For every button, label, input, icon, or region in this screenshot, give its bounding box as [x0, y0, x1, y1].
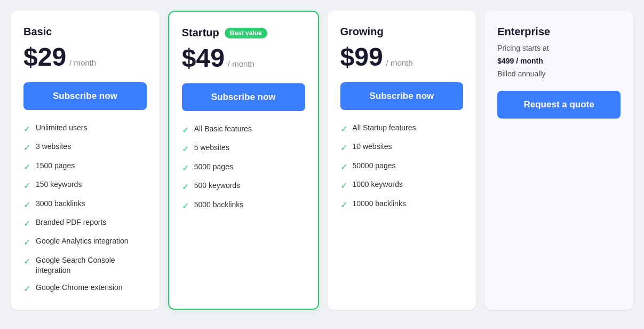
feature-text: 10 websites: [353, 142, 392, 152]
feature-text: 10000 backlinks: [353, 199, 406, 209]
growing-subscribe-button[interactable]: Subscribe now: [340, 82, 464, 110]
feature-item: ✓50000 pages: [340, 161, 464, 173]
feature-text: Branded PDF reports: [36, 217, 106, 228]
pricing-card-enterprise: EnterprisePricing starts at$499 / monthB…: [484, 11, 633, 310]
feature-item: ✓1000 keywords: [340, 179, 464, 192]
feature-item: ✓All Startup features: [340, 123, 464, 135]
enterprise-subscribe-button[interactable]: Request a quote: [497, 91, 621, 119]
features-list: ✓All Startup features✓10 websites✓50000 …: [340, 123, 464, 211]
price-amount: $49: [182, 43, 225, 73]
feature-text: 1000 keywords: [353, 179, 403, 190]
feature-text: 5000 pages: [194, 162, 233, 173]
pricing-card-growing: Growing$99/ monthSubscribe now✓All Start…: [328, 11, 476, 310]
price-amount: $99: [340, 42, 383, 72]
feature-item: ✓1500 pages: [23, 161, 147, 173]
feature-item: ✓Unlimited users: [23, 123, 147, 135]
price-row: $29/ month: [23, 42, 147, 72]
check-icon: ✓: [182, 143, 189, 155]
feature-item: ✓Google Search Console integration: [23, 255, 147, 276]
feature-item: ✓All Basic features: [182, 124, 305, 136]
feature-item: ✓150 keywords: [23, 179, 147, 192]
check-icon: ✓: [23, 142, 30, 154]
feature-text: 1500 pages: [36, 161, 75, 171]
feature-text: 50000 pages: [353, 161, 396, 171]
price-amount: $29: [23, 42, 66, 72]
feature-text: 5000 backlinks: [194, 200, 244, 210]
check-icon: ✓: [23, 256, 30, 268]
check-icon: ✓: [23, 161, 30, 173]
feature-text: Unlimited users: [36, 123, 87, 134]
feature-item: ✓500 keywords: [182, 181, 305, 193]
plan-name-text: Basic: [23, 26, 52, 38]
startup-subscribe-button[interactable]: Subscribe now: [182, 83, 305, 111]
best-value-badge: Best value: [225, 28, 267, 38]
plan-name: StartupBest value: [182, 27, 305, 39]
feature-text: 500 keywords: [194, 181, 240, 191]
feature-item: ✓5000 pages: [182, 162, 305, 174]
feature-item: ✓3000 backlinks: [23, 199, 147, 211]
feature-item: ✓5 websites: [182, 143, 305, 155]
features-list: ✓All Basic features✓5 websites✓5000 page…: [182, 124, 305, 212]
check-icon: ✓: [23, 218, 30, 230]
basic-subscribe-button[interactable]: Subscribe now: [23, 82, 147, 110]
plan-name: Growing: [340, 26, 464, 38]
price-period: / month: [386, 58, 413, 67]
feature-text: 150 keywords: [36, 179, 82, 190]
feature-text: 3 websites: [36, 142, 71, 152]
feature-text: Google Search Console integration: [36, 255, 147, 276]
feature-item: ✓5000 backlinks: [182, 200, 305, 212]
feature-item: ✓Google Chrome extension: [23, 283, 147, 295]
check-icon: ✓: [182, 200, 189, 212]
feature-text: Google Analytics integration: [36, 236, 129, 247]
feature-item: ✓Google Analytics integration: [23, 236, 147, 248]
feature-item: ✓3 websites: [23, 142, 147, 154]
pricing-card-startup: StartupBest value$49/ monthSubscribe now…: [168, 11, 319, 310]
feature-text: All Basic features: [194, 124, 252, 135]
plan-name-text: Startup: [182, 27, 219, 39]
pricing-card-basic: Basic$29/ monthSubscribe now✓Unlimited u…: [11, 11, 160, 310]
check-icon: ✓: [340, 199, 347, 211]
enterprise-price: Pricing starts at$499 / monthBilled annu…: [497, 42, 621, 80]
check-icon: ✓: [340, 142, 347, 154]
feature-text: All Startup features: [353, 123, 416, 134]
plan-name: Basic: [23, 26, 147, 38]
check-icon: ✓: [23, 283, 30, 295]
check-icon: ✓: [23, 123, 30, 135]
feature-item: ✓10 websites: [340, 142, 464, 154]
feature-item: ✓Branded PDF reports: [23, 217, 147, 230]
check-icon: ✓: [182, 124, 189, 136]
check-icon: ✓: [182, 181, 189, 193]
check-icon: ✓: [23, 199, 30, 211]
price-row: $49/ month: [182, 43, 305, 73]
feature-text: Google Chrome extension: [36, 283, 123, 293]
plan-name-text: Growing: [340, 26, 384, 38]
check-icon: ✓: [340, 161, 347, 173]
plan-name-text: Enterprise: [497, 26, 550, 38]
pricing-container: Basic$29/ monthSubscribe now✓Unlimited u…: [11, 11, 633, 310]
feature-text: 3000 backlinks: [36, 199, 85, 209]
check-icon: ✓: [340, 180, 347, 192]
feature-item: ✓10000 backlinks: [340, 199, 464, 211]
price-row: $99/ month: [340, 42, 464, 72]
price-period: / month: [228, 59, 255, 68]
price-period: / month: [69, 58, 96, 67]
check-icon: ✓: [182, 162, 189, 174]
features-list: ✓Unlimited users✓3 websites✓1500 pages✓1…: [23, 123, 147, 295]
plan-name: Enterprise: [497, 26, 621, 38]
check-icon: ✓: [23, 180, 30, 192]
feature-text: 5 websites: [194, 143, 229, 153]
check-icon: ✓: [340, 123, 347, 135]
check-icon: ✓: [23, 237, 30, 248]
